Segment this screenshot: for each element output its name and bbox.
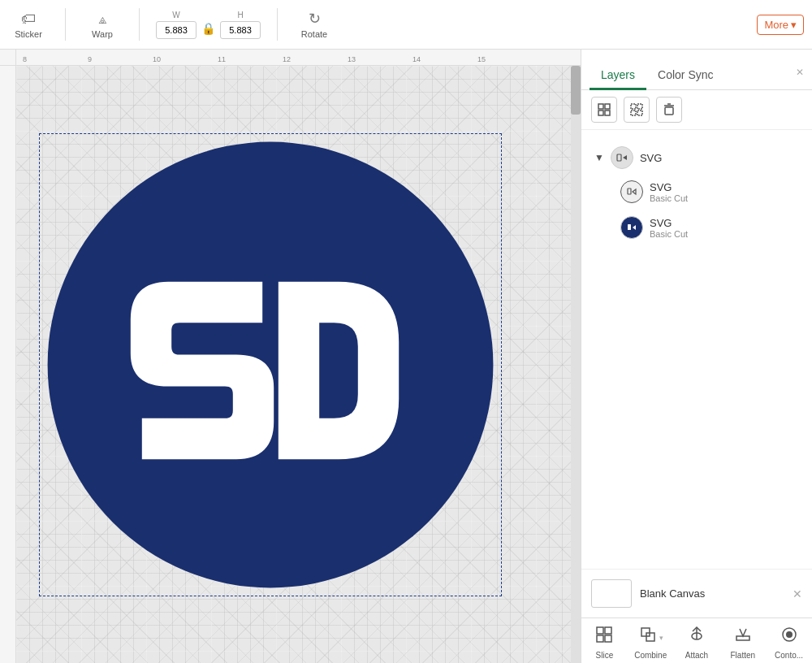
svg-rect-12 [617, 154, 621, 161]
layer-1-name: SVG [650, 181, 688, 193]
layer-list: ▼ SVG [581, 130, 812, 569]
delete-icon [663, 103, 676, 116]
svg-rect-17 [597, 635, 603, 642]
layer-group-header[interactable]: ▼ SVG [591, 141, 802, 174]
h-label: H [237, 11, 243, 20]
ruler-vertical [0, 50, 16, 663]
group-expand-icon: ▼ [594, 152, 604, 163]
main-area: 8 9 10 11 12 13 14 15 [0, 50, 812, 663]
svg-rect-7 [631, 110, 636, 115]
canvas-area: 8 9 10 11 12 13 14 15 [0, 50, 581, 663]
tab-color-sync[interactable]: Color Sync [646, 62, 724, 90]
svg-rect-4 [605, 110, 610, 115]
group-name: SVG [640, 152, 662, 164]
layer-item-2[interactable]: SVG Basic Cut [591, 210, 802, 245]
lock-icon[interactable]: 🔒 [201, 22, 215, 35]
group-icon [597, 102, 611, 117]
group-icon-circle [611, 146, 633, 169]
sticker-tool[interactable]: 🏷 Sticker [8, 11, 49, 39]
ungroup-icon [629, 102, 644, 117]
svg-group-icon [615, 151, 628, 164]
tick-10: 10 [153, 55, 161, 63]
svg-rect-5 [631, 104, 636, 109]
right-panel: Layers Color Sync ✕ [581, 50, 812, 663]
more-chevron-icon: ▾ [791, 19, 797, 31]
sticker-icon: 🏷 [21, 11, 36, 28]
svg-rect-15 [597, 627, 603, 634]
slice-button[interactable]: Slice [584, 625, 624, 660]
blank-canvas-thumbnail [591, 579, 632, 608]
layer-2-icon [620, 216, 643, 239]
svg-rect-16 [605, 627, 611, 634]
contour-icon [780, 625, 799, 648]
panel-close-icon[interactable]: ✕ [796, 60, 804, 89]
blank-canvas-close-icon[interactable]: ✕ [793, 587, 802, 600]
ungroup-button[interactable] [624, 97, 650, 123]
width-input[interactable] [156, 21, 197, 39]
combine-button[interactable]: ▾ Combine [630, 625, 671, 660]
combine-label: Combine [634, 651, 667, 660]
svg-rect-20 [646, 633, 654, 641]
layer-group-svg: ▼ SVG [581, 138, 812, 249]
warp-label: Warp [92, 29, 113, 39]
divider-2 [139, 8, 140, 41]
layer-2-sub: Basic Cut [650, 229, 688, 239]
vertical-scrollbar[interactable] [571, 66, 581, 663]
svg-rect-3 [598, 110, 603, 115]
more-button[interactable]: More ▾ [757, 15, 804, 35]
slice-svg-icon [594, 625, 614, 644]
svg-rect-19 [641, 628, 650, 636]
slice-icon [594, 625, 614, 648]
delete-button[interactable] [656, 97, 682, 123]
more-label: More [764, 19, 788, 31]
layer-2-name: SVG [650, 217, 688, 229]
contour-button[interactable]: Conto... [769, 625, 810, 660]
tick-12: 12 [283, 55, 291, 63]
combine-icon [638, 625, 658, 648]
rotate-tool[interactable]: ↻ Rotate [294, 10, 335, 39]
warp-icon: ⟁ [98, 11, 107, 28]
svg-rect-18 [605, 635, 611, 642]
svg-layer-icon-1 [626, 186, 637, 197]
combine-arrow-icon: ▾ [659, 634, 663, 642]
svg-rect-8 [637, 110, 642, 115]
scrollbar-thumb[interactable] [571, 66, 581, 115]
layer-1-sub: Basic Cut [650, 193, 688, 203]
ruler-horizontal: 8 9 10 11 12 13 14 15 [16, 50, 581, 66]
height-field: H [220, 11, 261, 39]
rotate-icon: ↻ [309, 10, 321, 28]
logo-container[interactable] [43, 137, 498, 592]
warp-tool[interactable]: ⟁ Warp [82, 11, 123, 39]
layer-1-icon [620, 180, 643, 203]
divider-3 [277, 8, 278, 41]
layer-2-info: SVG Basic Cut [650, 217, 688, 239]
combine-svg-icon [638, 625, 658, 644]
panel-tabs: Layers Color Sync ✕ [581, 50, 812, 90]
tick-11: 11 [218, 55, 226, 63]
height-input[interactable] [220, 21, 261, 39]
ruler-corner [0, 50, 16, 66]
tick-9: 9 [88, 55, 92, 63]
tick-13: 13 [348, 55, 356, 63]
blank-canvas-section: Blank Canvas ✕ [581, 569, 812, 618]
grid-canvas[interactable] [16, 66, 581, 663]
divider-1 [65, 8, 66, 41]
flatten-button[interactable]: Flatten [723, 625, 763, 660]
flatten-icon [733, 625, 753, 648]
svg-rect-6 [637, 104, 642, 109]
flatten-label: Flatten [730, 651, 755, 660]
w-label: W [172, 11, 179, 20]
top-toolbar: 🏷 Sticker ⟁ Warp W 🔒 H ↻ Rotate More ▾ [0, 0, 812, 50]
contour-label: Conto... [775, 651, 803, 660]
attach-button[interactable]: Attach [676, 625, 717, 660]
layer-item-1[interactable]: SVG Basic Cut [591, 174, 802, 210]
tab-layers[interactable]: Layers [590, 62, 646, 90]
group-button[interactable] [591, 97, 617, 123]
svg-rect-14 [628, 224, 631, 230]
tick-15: 15 [477, 55, 486, 63]
blank-canvas-item[interactable]: Blank Canvas ✕ [591, 579, 802, 608]
layer-1-info: SVG Basic Cut [650, 181, 688, 203]
svg-rect-1 [598, 104, 603, 109]
svg-point-0 [47, 141, 493, 587]
svg-rect-2 [605, 104, 610, 109]
